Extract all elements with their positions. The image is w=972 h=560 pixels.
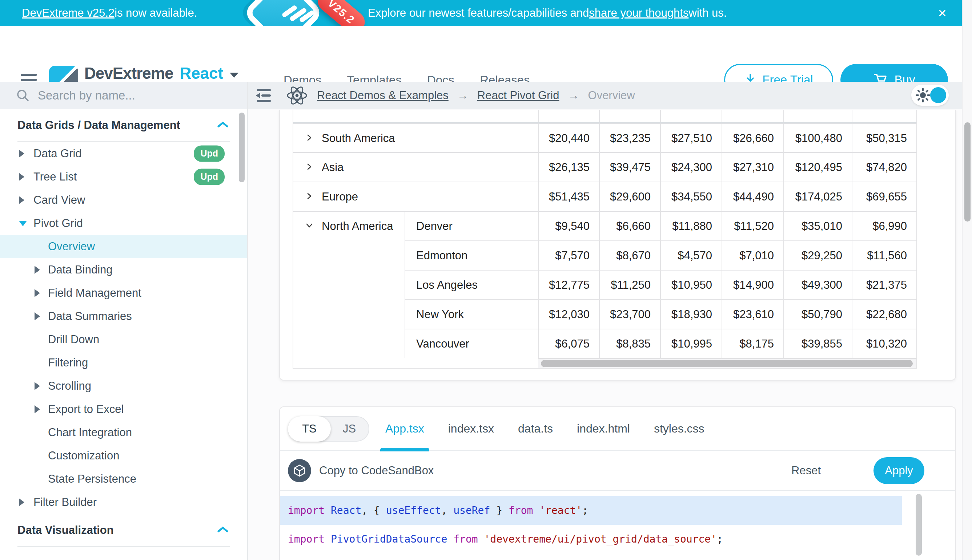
pivot-value-cell: $69,655: [852, 182, 917, 211]
pivot-row-europe: Europe$51,435$29,600$34,550$44,490$174,0…: [293, 182, 917, 211]
search-placeholder: Search by name...: [38, 88, 135, 102]
pivot-hscroll-thumb[interactable]: [541, 360, 913, 367]
codesandbox-icon[interactable]: [288, 459, 311, 482]
banner-close-button[interactable]: ✕: [931, 0, 953, 26]
pivot-value-cell: $29,600: [599, 182, 660, 211]
code-tab-app-tsx[interactable]: App.tsx: [385, 418, 424, 439]
language-toggle[interactable]: TSJS: [288, 416, 369, 442]
platform-dropdown-caret-icon[interactable]: [230, 73, 238, 78]
sidebar-section-title: Data Grids / Data Management: [17, 119, 180, 132]
code-editor[interactable]: import React, { useEffect, useRef } from…: [280, 491, 955, 560]
chevron-right-icon: [35, 382, 40, 390]
lang-option-js[interactable]: JS: [330, 417, 368, 441]
code-tab-index-tsx[interactable]: index.tsx: [448, 418, 494, 439]
pivot-value-cell: $34,550: [660, 182, 721, 211]
pivot-value-cell: $44,490: [721, 182, 783, 211]
sidebar-item-data-grid[interactable]: Data GridUpd: [0, 142, 247, 165]
banner-version-link[interactable]: DevExtreme v25.2: [22, 7, 114, 20]
theme-toggle-knob[interactable]: [930, 87, 946, 103]
chevron-right-icon[interactable]: [305, 132, 314, 145]
sidebar-item-filter-builder[interactable]: Filter Builder: [0, 491, 247, 514]
chevron-right-icon[interactable]: [305, 161, 314, 174]
share-thoughts-link[interactable]: share your thoughts: [589, 7, 688, 20]
code-token: ;: [717, 533, 723, 545]
breadcrumb-current: Overview: [588, 89, 635, 102]
sidebar-item-label: Export to Excel: [48, 403, 124, 416]
apply-button[interactable]: Apply: [873, 457, 924, 484]
page-scrollbar-thumb[interactable]: [964, 122, 970, 222]
pivot-value-cell: $74,820: [852, 153, 917, 182]
sidebar-item-state-persistence[interactable]: State Persistence: [0, 467, 247, 491]
sidebar-item-drill-down[interactable]: Drill Down: [0, 328, 247, 351]
react-icon: [286, 84, 308, 107]
breadcrumb-bar: React Demos & Examples → React Pivot Gri…: [248, 82, 962, 109]
pivot-value-cell: $7,010: [721, 241, 783, 270]
pivot-value-cell: $26,135: [538, 153, 599, 182]
sidebar-item-label: Field Management: [48, 287, 141, 300]
pivot-value-cell: $6,660: [599, 212, 660, 240]
sidebar-item-data-summaries[interactable]: Data Summaries: [0, 305, 247, 328]
breadcrumb-link-pivot-grid[interactable]: React Pivot Grid: [477, 89, 559, 102]
chevron-up-icon[interactable]: [217, 121, 228, 129]
pivot-subrow-new-york: New York$12,030$23,700$18,930$23,610$50,…: [405, 299, 917, 329]
pivot-value-cell: $27,310: [721, 153, 783, 182]
code-tab-index-html[interactable]: index.html: [577, 418, 630, 439]
breadcrumb-link-demos[interactable]: React Demos & Examples: [317, 89, 448, 102]
sidebar-item-field-management[interactable]: Field Management: [0, 282, 247, 305]
theme-toggle[interactable]: [911, 85, 949, 106]
pivot-row-collapse-toggle[interactable]: North America: [293, 212, 405, 233]
code-tab-data-ts[interactable]: data.ts: [518, 418, 553, 439]
sidebar-item-scrolling[interactable]: Scrolling: [0, 374, 247, 398]
sidebar-item-customization[interactable]: Customization: [0, 444, 247, 467]
reset-button[interactable]: Reset: [791, 464, 821, 477]
pivot-group-north-america: North AmericaDenver$9,540$6,660$11,880$1…: [293, 211, 917, 358]
version-badge: V25.2: [313, 0, 369, 26]
sidebar-scrollbar-thumb[interactable]: [239, 113, 244, 182]
lang-option-ts[interactable]: TS: [288, 416, 331, 442]
chevron-right-icon[interactable]: [305, 190, 314, 203]
sidebar-item-tree-list[interactable]: Tree ListUpd: [0, 165, 247, 188]
sidebar-item-chart-integration[interactable]: Chart Integration: [0, 421, 247, 444]
pivot-row-expand-toggle[interactable]: Europe: [293, 182, 538, 211]
pivot-value-cell: $12,030: [538, 300, 599, 329]
page-scrollbar[interactable]: [962, 0, 972, 560]
sidebar-section-header-data-visualization[interactable]: Data Visualization: [0, 514, 247, 546]
pivot-value-cell: $22,680: [852, 300, 917, 329]
sidebar-item-card-view[interactable]: Card View: [0, 188, 247, 212]
sidebar-item-filtering[interactable]: Filtering: [0, 351, 247, 374]
pivot-group-children: Denver$9,540$6,660$11,880$11,520$35,010$…: [405, 212, 917, 358]
code-token: 'devextreme/ui/pivot_grid/data_source': [484, 533, 717, 545]
code-token: 'react': [539, 505, 582, 517]
sidebar-item-data-binding[interactable]: Data Binding: [0, 258, 247, 282]
code-token: ,: [441, 505, 453, 517]
breadcrumb-separator: →: [568, 89, 579, 102]
pivot-value-cell: $11,560: [852, 241, 917, 270]
code-scrollbar-thumb[interactable]: [916, 494, 922, 556]
chevron-right-icon: [19, 498, 24, 506]
pivot-row-expand-toggle[interactable]: South America: [293, 124, 538, 152]
code-tabs-row: TSJS App.tsxindex.tsxdata.tsindex.htmlst…: [280, 407, 955, 451]
pivot-value-cell: $8,835: [599, 329, 660, 358]
search-input[interactable]: Search by name...: [0, 82, 247, 109]
code-token: from: [509, 505, 533, 517]
sidebar-item-overview[interactable]: Overview: [0, 235, 247, 258]
code-token: [533, 505, 539, 517]
chevron-right-icon: [19, 150, 24, 158]
chevron-up-icon[interactable]: [217, 526, 228, 534]
chevron-down-icon[interactable]: [305, 220, 314, 233]
sidebar-section-header-data-grids-data-management[interactable]: Data Grids / Data Management: [0, 109, 247, 141]
pivot-row-label: South America: [322, 132, 395, 145]
copy-to-codesandbox-label[interactable]: Copy to CodeSandBox: [319, 464, 434, 477]
platform-selector-label[interactable]: React: [179, 64, 223, 82]
breadcrumb-separator: →: [457, 89, 468, 102]
sidebar-item-label: Overview: [48, 240, 95, 253]
code-tab-styles-css[interactable]: styles.css: [654, 418, 704, 439]
main-content: React Demos & Examples → React Pivot Gri…: [248, 82, 962, 560]
collapse-sidebar-icon[interactable]: [254, 88, 273, 103]
pivot-value-cell: $50,315: [852, 124, 917, 152]
sidebar-item-pivot-grid[interactable]: Pivot Grid: [0, 212, 247, 235]
chevron-right-icon: [19, 196, 24, 204]
pivot-hscroll-track[interactable]: [538, 358, 917, 368]
pivot-row-expand-toggle[interactable]: Asia: [293, 153, 538, 182]
sidebar-item-export-to-excel[interactable]: Export to Excel: [0, 398, 247, 421]
